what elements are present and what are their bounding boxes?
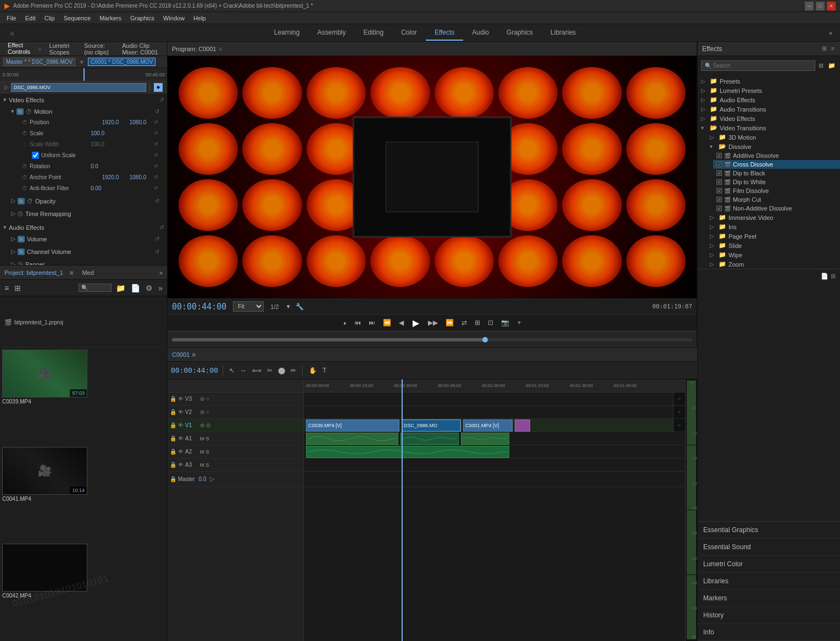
eye-a2[interactable]: 👁	[178, 449, 183, 455]
target-v1[interactable]: ⊙	[206, 422, 210, 428]
tree-item-audio-transitions[interactable]: ▷ 📁 Audio Transitions	[698, 104, 840, 114]
eye-v2[interactable]: 👁	[178, 409, 183, 415]
tree-item-additive-dissolve[interactable]: ✓ 🎬 Additive Dissolve	[713, 151, 840, 160]
tab-graphics[interactable]: Graphics	[498, 25, 542, 41]
play-button[interactable]: ▶	[409, 317, 422, 329]
scale-width-reset[interactable]: ↺	[154, 141, 158, 147]
tree-item-video-transitions[interactable]: ▾ 📂 Video Transitions	[698, 123, 840, 132]
proj-expand-more[interactable]: »	[157, 283, 164, 294]
close-button[interactable]: ✕	[827, 2, 836, 10]
play-forward-btn[interactable]: ▶▶	[426, 318, 440, 328]
tree-item-wipe[interactable]: ▷ 📁 Wipe	[707, 250, 840, 259]
tree-item-cross-dissolve[interactable]: ✓ 🎬 Cross Dissolve	[713, 160, 840, 169]
a1-clip-3[interactable]	[461, 433, 509, 445]
scrubber-handle[interactable]	[482, 337, 488, 342]
menu-edit[interactable]: Edit	[21, 14, 40, 23]
tree-item-slide[interactable]: ▷ 📁 Slide	[707, 241, 840, 250]
antiflicker-stopwatch[interactable]: ⏱	[22, 185, 27, 191]
track-lock-a3[interactable]: 🔒	[170, 462, 176, 468]
position-stopwatch[interactable]: ⏱	[22, 119, 27, 125]
volume-reset[interactable]: ↺	[155, 236, 159, 242]
play-back-btn[interactable]: ◀	[397, 318, 406, 328]
project-thumbnail-c0039[interactable]: 🎥 57:03	[2, 350, 87, 397]
effects-search-input[interactable]	[701, 60, 815, 71]
tab-assembly[interactable]: Assembly	[308, 25, 354, 41]
tree-item-morph-cut[interactable]: ✓ 🎬 Morph Cut	[713, 195, 840, 204]
video-effects-header[interactable]: ▾ Video Effects ↺	[0, 95, 167, 105]
track-lock-a1[interactable]: 🔒	[170, 435, 176, 441]
list-item[interactable]: 🎥 10:14 C0041.MP4	[2, 447, 87, 542]
menu-help[interactable]: Help	[189, 14, 210, 23]
export-frame-btn[interactable]: 📷	[499, 318, 511, 328]
libraries-item[interactable]: Libraries	[698, 573, 840, 590]
tab-editing[interactable]: Editing	[354, 25, 392, 41]
anchor-x[interactable]: 1920.0	[97, 174, 124, 180]
track-select-tool[interactable]: ↔	[238, 365, 248, 376]
proj-new-folder[interactable]: 📁	[115, 283, 126, 294]
target-v2[interactable]: ○	[206, 409, 209, 415]
tree-item-non-additive-dissolve[interactable]: ✓ 🎬 Non-Additive Dissolve	[713, 204, 840, 213]
panner-header[interactable]: ▷ ◷ Panner	[9, 259, 163, 265]
loop-btn[interactable]: ⇄	[459, 318, 469, 328]
history-item[interactable]: History	[698, 607, 840, 624]
effects-filter-btn[interactable]: ⊠	[817, 61, 825, 70]
maximize-button[interactable]: □	[816, 2, 825, 10]
tree-item-zoom[interactable]: ▷ 📁 Zoom	[707, 259, 840, 269]
time-remapping-header[interactable]: ▷ ◷ Time Remapping	[9, 208, 163, 219]
opacity-reset[interactable]: ↺	[155, 198, 159, 204]
solo-a2[interactable]: S	[206, 449, 209, 455]
go-to-in-btn[interactable]: ⏪	[381, 318, 393, 328]
ripple-edit-tool[interactable]: ⟺	[251, 365, 263, 376]
a1-clip-1[interactable]	[306, 433, 398, 445]
tab-learning[interactable]: Learning	[265, 25, 309, 41]
audio-effects-reset[interactable]: ↺	[159, 224, 164, 230]
fraction-arrow[interactable]: ▼	[286, 303, 291, 310]
anchor-reset[interactable]: ↺	[154, 174, 158, 180]
tab-effect-controls[interactable]: Effect Controls	[4, 41, 34, 57]
track-lock-a2[interactable]: 🔒	[170, 449, 176, 455]
minimize-button[interactable]: ─	[805, 2, 814, 10]
checkbox-cross-dissolve[interactable]: ✓	[716, 162, 722, 167]
project-search[interactable]	[79, 284, 112, 292]
effects-icon-view[interactable]: ⊞	[830, 272, 837, 281]
tree-item-video-effects[interactable]: ▷ 📁 Video Effects	[698, 114, 840, 123]
checkbox-dip-to-black[interactable]: ✓	[716, 170, 722, 176]
channel-volume-header[interactable]: ▷ fx Channel Volume ↺	[9, 246, 163, 257]
mute-a3[interactable]: M	[200, 462, 204, 468]
scale-stopwatch[interactable]: ⏱	[22, 130, 27, 136]
home-button[interactable]: ⌂	[4, 25, 20, 41]
project-tab-med[interactable]: Med	[82, 269, 93, 276]
master-clip-selector[interactable]: Master * * DSC_0986.MOV	[3, 58, 75, 66]
anchor-y[interactable]: 1080.0	[124, 174, 152, 180]
output-btn[interactable]: ⊡	[486, 318, 496, 328]
eye-v3[interactable]: 👁	[178, 396, 183, 402]
tree-item-iris[interactable]: ▷ 📁 Iris	[707, 222, 840, 231]
lumetri-color-item[interactable]: Lumetri Color	[698, 556, 840, 573]
project-thumbnail-c0041[interactable]: 🎥 10:14	[2, 447, 87, 495]
ec-marker-btn[interactable]: ◆	[154, 83, 163, 92]
tree-item-dip-to-black[interactable]: ✓ 🎬 Dip to Black	[713, 169, 840, 178]
antiflicker-value[interactable]: 0.00	[91, 185, 152, 191]
sync-v1[interactable]: ⊘	[200, 422, 204, 428]
checkbox-film-dissolve[interactable]: ✓	[716, 188, 722, 194]
menu-file[interactable]: File	[2, 14, 21, 23]
info-item[interactable]: Info	[698, 624, 840, 641]
v1-clip-dsc[interactable]: DSC_0986.MO	[402, 419, 461, 432]
track-lock-v2[interactable]: 🔒	[170, 409, 176, 415]
solo-a3[interactable]: S	[206, 462, 209, 468]
essential-graphics-item[interactable]: Essential Graphics	[698, 522, 840, 539]
master-expand[interactable]: ▷	[210, 476, 214, 483]
program-scrubber[interactable]	[168, 331, 697, 347]
eye-a3[interactable]: 👁	[178, 462, 183, 468]
rotation-reset[interactable]: ↺	[154, 163, 158, 169]
motion-header[interactable]: ▾ fx ⏱ Motion ↺	[9, 106, 163, 117]
list-item[interactable]: C0042.MP4	[2, 544, 87, 639]
uniform-scale-checkbox[interactable]	[32, 152, 39, 159]
workspace-more[interactable]: »	[826, 27, 836, 38]
anchor-stopwatch[interactable]: ⏱	[22, 174, 27, 180]
add-marker-btn[interactable]: ⬧	[341, 318, 349, 328]
essential-sound-item[interactable]: Essential Sound	[698, 539, 840, 556]
antiflicker-reset[interactable]: ↺	[154, 185, 158, 191]
tree-item-presets[interactable]: ▷ 📁 Presets	[698, 76, 840, 86]
project-expand[interactable]: »	[159, 269, 163, 276]
